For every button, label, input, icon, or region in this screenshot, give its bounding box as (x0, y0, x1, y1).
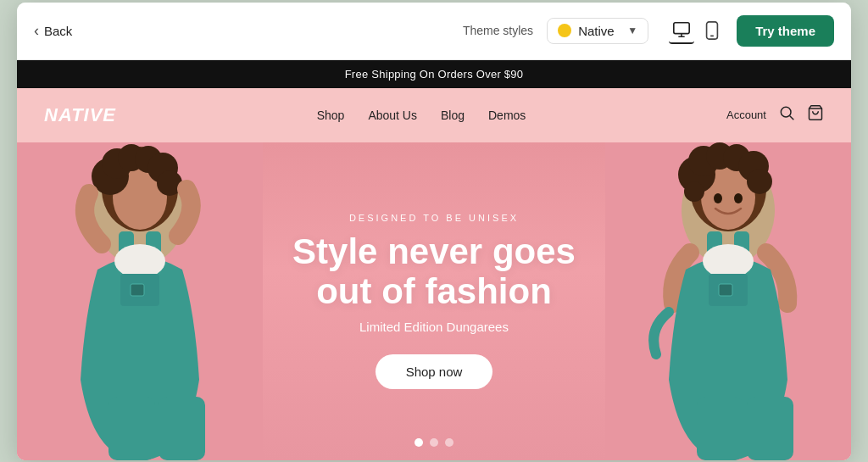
svg-point-35 (684, 181, 704, 202)
mobile-icon (704, 21, 720, 40)
svg-rect-24 (159, 397, 205, 460)
svg-rect-42 (719, 284, 732, 296)
svg-point-34 (747, 169, 772, 194)
svg-line-6 (790, 116, 794, 120)
svg-point-36 (714, 193, 722, 203)
browser-frame: ‹ Back Theme styles Native ▼ (17, 3, 851, 460)
nav-link-blog[interactable]: Blog (441, 109, 465, 122)
preview-area: Free Shipping On Orders Over $90 NATIVE … (17, 60, 851, 460)
model-right-illustration (605, 142, 851, 460)
model-left-illustration (17, 142, 263, 460)
hero-section: DESIGNED TO BE UNISEX Style never goes o… (17, 142, 851, 460)
shop-now-button[interactable]: Shop now (376, 354, 493, 389)
top-bar: ‹ Back Theme styles Native ▼ (17, 3, 851, 60)
carousel-dot-1[interactable] (415, 438, 423, 447)
try-theme-button[interactable]: Try theme (737, 15, 834, 47)
nav-link-demos[interactable]: Demos (488, 109, 526, 122)
theme-color-dot (558, 24, 571, 37)
desktop-view-button[interactable] (669, 17, 694, 44)
svg-point-20 (114, 244, 165, 278)
announcement-text: Free Shipping On Orders Over $90 (345, 68, 524, 81)
nav-icons: Account (726, 104, 824, 125)
svg-rect-23 (108, 397, 155, 460)
store-nav: NATIVE Shop About Us Blog Demos Account (17, 88, 851, 142)
hero-description: Limited Edition Dungarees (359, 320, 509, 334)
svg-point-5 (781, 107, 791, 117)
announcement-bar: Free Shipping On Orders Over $90 (17, 60, 851, 88)
back-chevron-icon: ‹ (34, 22, 39, 40)
hero-title: Style never goes out of fashion (273, 231, 595, 311)
cart-icon[interactable] (807, 104, 824, 125)
nav-link-about[interactable]: About Us (368, 109, 417, 122)
theme-selector-dropdown[interactable]: Native ▼ (547, 18, 648, 44)
svg-rect-43 (697, 397, 743, 460)
account-label[interactable]: Account (726, 109, 766, 121)
svg-point-37 (734, 193, 743, 203)
store-logo: NATIVE (44, 104, 116, 126)
back-button[interactable]: ‹ Back (34, 22, 72, 40)
model-left (17, 142, 263, 460)
nav-links: Shop About Us Blog Demos (317, 109, 526, 122)
carousel-dot-2[interactable] (430, 438, 438, 447)
carousel-dot-3[interactable] (445, 438, 453, 447)
desktop-icon (672, 20, 691, 39)
svg-rect-22 (131, 284, 144, 296)
nav-link-shop[interactable]: Shop (317, 109, 345, 122)
svg-point-40 (703, 244, 754, 278)
theme-styles-label: Theme styles (463, 24, 533, 37)
hero-content: DESIGNED TO BE UNISEX Style never goes o… (273, 213, 595, 389)
dropdown-arrow-icon: ▼ (627, 25, 637, 36)
device-switcher (669, 17, 723, 44)
search-icon[interactable] (778, 104, 795, 125)
hero-subtitle: DESIGNED TO BE UNISEX (349, 213, 519, 223)
back-label: Back (44, 24, 72, 38)
svg-rect-0 (674, 23, 689, 34)
theme-name-label: Native (578, 24, 620, 38)
svg-rect-44 (747, 397, 793, 460)
carousel-dots (415, 438, 453, 447)
model-right (605, 142, 851, 460)
mobile-view-button[interactable] (701, 18, 723, 43)
